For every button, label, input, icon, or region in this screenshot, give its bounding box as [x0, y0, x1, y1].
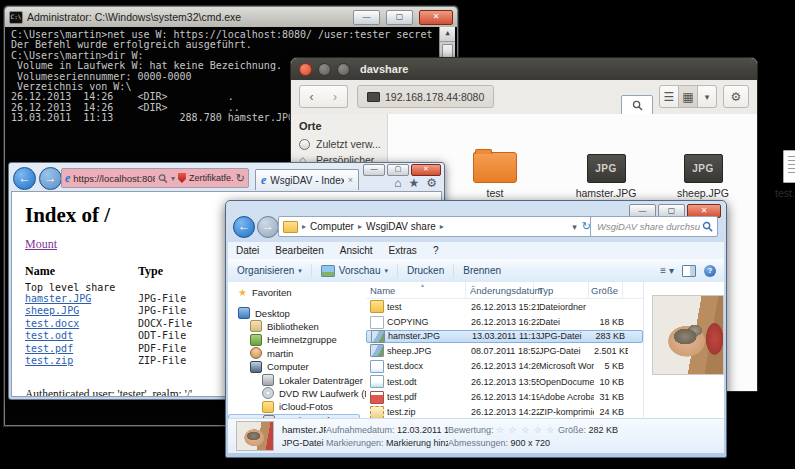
search-caret-icon[interactable]: ▾	[171, 174, 175, 183]
back-button[interactable]: ←	[13, 167, 36, 190]
file-item-hamster[interactable]: JPG hamster.JPG	[556, 150, 656, 199]
menu-bearbeiten[interactable]: Bearbeiten	[267, 245, 331, 256]
favorites-star-icon[interactable]: ★	[408, 176, 419, 190]
sidebar-item-martin[interactable]: martin	[228, 347, 366, 360]
burn-button[interactable]: Brennen	[454, 265, 510, 276]
help-icon[interactable]: ?	[704, 265, 716, 277]
file-link[interactable]: test.pdf	[25, 343, 138, 355]
list-view-button[interactable]: ☰	[659, 85, 679, 108]
breadcrumb-separator: ▸	[302, 222, 306, 231]
breadcrumb-computer[interactable]: Computer	[310, 221, 354, 232]
organize-button[interactable]: Organisieren ▾	[228, 265, 311, 276]
menu-ansicht[interactable]: Ansicht	[332, 245, 381, 256]
sidebar-item-heimnetzgruppe[interactable]: Heimnetzgruppe	[228, 333, 366, 346]
close-icon[interactable]	[299, 63, 312, 76]
file-link[interactable]: test.docx	[25, 318, 138, 330]
sidebar-item-icloud-fotos[interactable]: iCloud-Fotos	[228, 400, 366, 413]
menu-datei[interactable]: Datei	[228, 245, 267, 256]
scroll-up-icon[interactable]: ▲	[440, 27, 455, 42]
column-size[interactable]: Größe	[589, 282, 623, 298]
view-options-button[interactable]: ▾	[698, 85, 717, 108]
sidebar-item-dvd[interactable]: DVD RW Laufwerk (D:)	[228, 387, 366, 400]
search-icon	[632, 100, 643, 111]
file-item-docx[interactable]: test.docx	[746, 150, 795, 199]
tab-close-icon[interactable]: ×	[348, 175, 353, 185]
file-row[interactable]: COPYING26.12.2013 16:22Datei18 KB	[366, 314, 643, 329]
address-dropdown-icon[interactable]: ▾	[572, 222, 577, 232]
maximize-button[interactable]: ▢	[386, 10, 413, 25]
file-row[interactable]: test.odt26.12.2013 13:55OpenDocument T..…	[366, 374, 643, 389]
browser-tab[interactable]: e WsgiDAV - Index of / ×	[255, 169, 359, 190]
close-button[interactable]: ✕	[419, 10, 453, 25]
forward-button[interactable]: →	[39, 167, 62, 190]
sidebar-item-computer[interactable]: Computer	[228, 360, 366, 373]
maximize-icon[interactable]	[337, 63, 350, 76]
grid-view-button[interactable]: ▦	[679, 85, 698, 108]
preview-button[interactable]: Vorschau ▾	[312, 265, 397, 277]
file-row[interactable]: test26.12.2013 15:21Dateiordner	[366, 299, 643, 314]
explorer-window: — ▢ ✕ ← → ▸ Computer ▸ WsgiDAV share ▸ ▾…	[225, 200, 727, 458]
menu-help[interactable]: ?	[425, 245, 447, 256]
search-box[interactable]	[590, 216, 718, 237]
menu-extras[interactable]: Extras	[381, 245, 425, 256]
file-link[interactable]: test.zip	[25, 355, 138, 367]
search-button[interactable]	[621, 95, 653, 116]
file-link[interactable]: hamster.JPG	[25, 293, 138, 305]
file-type: JPG-File	[138, 305, 234, 317]
column-type: Type	[138, 264, 234, 279]
mount-link[interactable]: Mount	[25, 237, 57, 252]
file-item-sheep[interactable]: JPG sheep.JPG	[653, 150, 753, 199]
maximize-button[interactable]: ▢	[387, 164, 409, 176]
desktop-icon	[238, 307, 250, 319]
sidebar-item-favoriten[interactable]: ★Favoriten	[228, 286, 366, 299]
forward-button[interactable]: ›	[323, 85, 348, 108]
minimize-button[interactable]: —	[363, 164, 385, 176]
back-button[interactable]: ←	[233, 216, 255, 238]
davshare-title-bar[interactable]: davshare	[291, 58, 757, 80]
url-text[interactable]: https://localhost:8080/	[73, 173, 155, 184]
file-row[interactable]: test.zip26.12.2013 14:22ZIP-komprimierte…	[366, 405, 643, 419]
refresh-icon[interactable]: ↻	[236, 172, 245, 185]
settings-gear-icon[interactable]: ⚙	[426, 176, 437, 190]
cmd-title-bar[interactable]: C:\ Administrator: C:\Windows\system32\c…	[5, 7, 457, 27]
file-label: sheep.JPG	[653, 187, 753, 199]
back-button[interactable]: ‹	[299, 85, 324, 108]
sidebar-item-local-disk[interactable]: Lokaler Datenträger (C:)	[228, 373, 366, 386]
minimize-button[interactable]: —	[353, 10, 380, 25]
column-name: Name	[25, 264, 138, 279]
file-link[interactable]: sheep.JPG	[25, 305, 138, 317]
breadcrumb[interactable]: ▸ Computer ▸ WsgiDAV share ▸ ▾ ↻	[278, 216, 596, 237]
file-row[interactable]: sheep.JPG08.07.2011 18:52JPG-Datei2.501 …	[366, 343, 643, 358]
preview-pane-button[interactable]	[682, 265, 696, 277]
file-row[interactable]: test.pdf26.12.2013 14:19Adobe Acrobat D.…	[366, 389, 643, 404]
location-button[interactable]: 192.168.178.44:8080	[357, 85, 494, 108]
search-input[interactable]	[595, 220, 702, 233]
close-button[interactable]: ✕	[411, 164, 441, 176]
file-row-selected[interactable]: hamster.JPG13.03.2011 11:13JPG-Datei283 …	[366, 330, 643, 343]
breadcrumb-current[interactable]: WsgiDAV share	[366, 221, 436, 232]
browser-nav: ← →	[13, 167, 62, 190]
file-item-test[interactable]: test	[445, 150, 545, 199]
rating-stars-icon[interactable]: ☆ ☆ ☆ ☆ ☆	[496, 425, 555, 435]
gear-menu-button[interactable]: ⚙	[723, 85, 749, 108]
tags-value[interactable]: Markierung hinzufügen	[386, 438, 448, 448]
home-icon[interactable]: ⌂	[394, 176, 401, 190]
sidebar-item-bibliotheken[interactable]: Bibliotheken	[228, 320, 366, 333]
minimize-icon[interactable]	[318, 63, 331, 76]
forward-button[interactable]: →	[257, 216, 279, 238]
taken-label: Aufnahmedatum:	[326, 425, 395, 435]
change-view-button[interactable]: ≡ ▾	[660, 265, 674, 276]
address-bar[interactable]: e https://localhost:8080/ ▾ Zertifikatfe…	[61, 168, 249, 188]
column-type[interactable]: Typ	[534, 282, 589, 298]
file-link[interactable]: test.odt	[25, 330, 138, 342]
folder-icon	[473, 152, 517, 183]
search-icon[interactable]	[158, 173, 168, 184]
print-button[interactable]: Drucken	[398, 265, 453, 276]
column-date[interactable]: Änderungsdatum	[466, 282, 534, 298]
sidebar-item-recent[interactable]: Zuletzt verw...	[291, 136, 387, 152]
column-name[interactable]: Name▴	[366, 282, 466, 298]
breadcrumb-separator: ▸	[358, 222, 362, 231]
sidebar-item-desktop[interactable]: Desktop	[228, 306, 366, 319]
file-row[interactable]: test.docx26.12.2013 14:26Microsoft Word …	[366, 359, 643, 374]
certificate-error-label[interactable]: Zertifikatfe...	[189, 173, 233, 183]
